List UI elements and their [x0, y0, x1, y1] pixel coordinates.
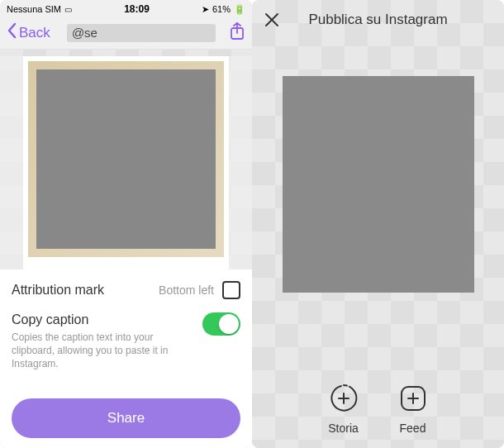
battery-percent: 61% — [212, 4, 231, 14]
status-bar: Nessuna SIM ▭ 18:09 ➤ 61% 🔋 — [0, 0, 252, 17]
storia-option[interactable]: Storia — [327, 382, 360, 435]
share-options-sheet: Attribution mark Bottom left Copy captio… — [0, 269, 252, 448]
copy-caption-row: Copy caption Copies the caption text int… — [12, 312, 240, 371]
preview-image — [283, 76, 474, 293]
add-story-icon — [327, 382, 360, 415]
username-text: @se — [72, 26, 97, 40]
back-button[interactable]: Back — [7, 21, 50, 44]
post-card — [23, 56, 229, 280]
publish-instagram-screen: Pubblica su Instagram Storia Feed — [252, 0, 504, 448]
attribution-position: Bottom left — [159, 284, 214, 297]
username-field[interactable]: @se — [67, 24, 216, 42]
publish-options: Storia Feed — [252, 382, 504, 435]
attribution-label: Attribution mark — [12, 283, 104, 298]
copy-caption-description: Copies the caption text into your clipbo… — [12, 331, 177, 371]
photo-frame — [28, 61, 224, 257]
clock: 18:09 — [124, 3, 150, 15]
photo-placeholder — [36, 69, 216, 249]
share-button-label: Share — [107, 410, 145, 427]
back-label: Back — [19, 25, 50, 41]
attribution-row[interactable]: Attribution mark Bottom left — [12, 281, 240, 299]
attribution-checkbox[interactable] — [222, 281, 240, 299]
chevron-left-icon — [7, 21, 18, 44]
modal-title: Pubblica su Instagram — [308, 12, 447, 28]
share-button[interactable]: Share — [12, 398, 240, 438]
battery-icon: 🔋 — [234, 4, 245, 15]
copy-caption-title: Copy caption — [12, 312, 177, 327]
wifi-icon: ▭ — [64, 5, 72, 14]
modal-header: Pubblica su Instagram — [252, 0, 504, 40]
copy-caption-toggle[interactable] — [202, 312, 240, 336]
navigation-bar: Back @se — [0, 17, 252, 50]
add-feed-icon — [397, 382, 430, 415]
share-system-button[interactable] — [229, 22, 245, 44]
regram-share-screen: Nessuna SIM ▭ 18:09 ➤ 61% 🔋 Back @se — [0, 0, 252, 448]
feed-label: Feed — [400, 422, 426, 435]
feed-option[interactable]: Feed — [397, 382, 430, 435]
location-icon: ➤ — [202, 4, 209, 15]
close-button[interactable] — [262, 10, 282, 30]
carrier-label: Nessuna SIM — [7, 4, 61, 14]
storia-label: Storia — [328, 422, 359, 435]
